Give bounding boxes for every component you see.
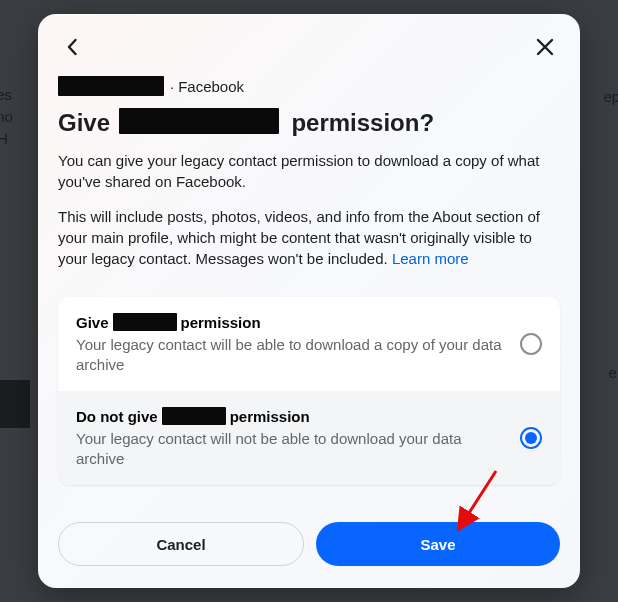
option-label: Givepermission [76, 313, 506, 333]
breadcrumb-separator: · [170, 78, 174, 95]
dialog-header [58, 32, 560, 62]
chevron-left-icon [63, 37, 83, 57]
label-suffix: permission [230, 408, 310, 425]
radio-unchecked[interactable] [520, 333, 542, 355]
dialog-description-2: This will include posts, photos, videos,… [58, 206, 560, 269]
redacted-name [119, 108, 279, 134]
option-description: Your legacy contact will be able to down… [76, 335, 506, 375]
title-prefix: Give [58, 109, 110, 136]
title-suffix: permission? [291, 109, 434, 136]
option-text: Givepermission Your legacy contact will … [76, 313, 506, 375]
label-prefix: Do not give [76, 408, 158, 425]
radio-checked[interactable] [520, 427, 542, 449]
dialog-footer: Cancel Save [58, 500, 560, 566]
background-text: ep our [603, 86, 618, 108]
save-button[interactable]: Save [316, 522, 560, 566]
option-give-permission[interactable]: Givepermission Your legacy contact will … [58, 297, 560, 391]
dialog-title: Give permission? [58, 108, 560, 138]
option-label: Do not givepermission [76, 407, 506, 427]
option-description: Your legacy contact will not be able to … [76, 429, 506, 469]
background-text: e or c [608, 362, 618, 384]
learn-more-link[interactable]: Learn more [392, 250, 469, 267]
dialog-description-1: You can give your legacy contact permiss… [58, 150, 560, 192]
redacted-name [58, 76, 164, 96]
close-button[interactable] [530, 32, 560, 62]
permission-dialog: · Facebook Give permission? You can give… [38, 14, 580, 588]
back-button[interactable] [58, 32, 88, 62]
redacted-name [113, 313, 177, 331]
option-do-not-give-permission[interactable]: Do not givepermission Your legacy contac… [58, 391, 560, 485]
option-text: Do not givepermission Your legacy contac… [76, 407, 506, 469]
redacted-name [162, 407, 226, 425]
background-bar [0, 380, 30, 428]
close-icon [535, 37, 555, 57]
breadcrumb-product: Facebook [178, 78, 244, 95]
label-prefix: Give [76, 314, 109, 331]
breadcrumb: · Facebook [58, 76, 560, 96]
radio-group: Givepermission Your legacy contact will … [58, 297, 560, 485]
label-suffix: permission [181, 314, 261, 331]
cancel-button[interactable]: Cancel [58, 522, 304, 566]
background-text: ences echno eta H [0, 84, 13, 150]
